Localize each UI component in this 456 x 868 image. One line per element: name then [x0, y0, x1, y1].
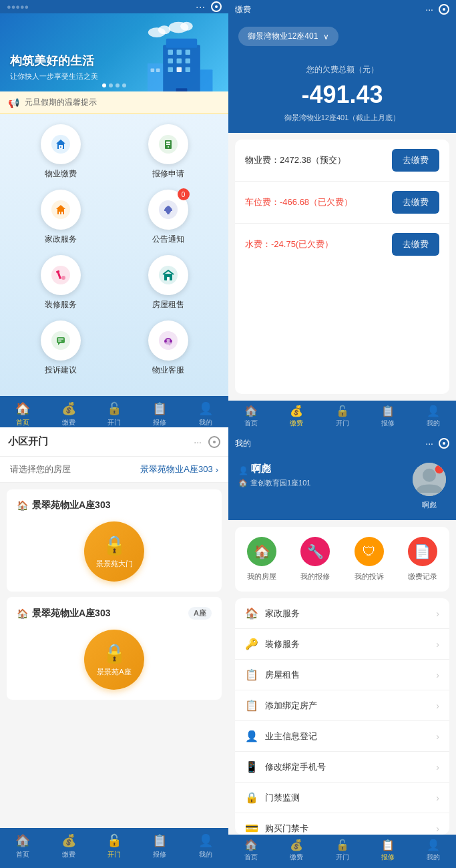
customer-circle[interactable] — [148, 320, 188, 361]
fee-item-water: 水费：-24.75(已欠费） 去缴费 — [235, 224, 449, 265]
complaint-circle[interactable] — [41, 320, 81, 361]
left-appbar-icons: ··· — [196, 1, 222, 12]
my-nav-door[interactable]: 🔓 开门 — [319, 839, 365, 862]
right-nav-repair-icon: 📋 — [381, 405, 395, 417]
menu-phone-arrow: › — [436, 762, 439, 773]
payment-header: 御景湾物业12座401 ∨ — [228, 19, 456, 54]
quick-my-repair[interactable]: 🔧 我的报修 — [288, 537, 342, 582]
right-nav-my-icon: 👤 — [427, 405, 440, 417]
right-nav-door[interactable]: 🔓 开门 — [319, 405, 365, 428]
quick-my-complaint[interactable]: 🛡 我的投诉 — [343, 537, 396, 582]
right-nav-door-icon: 🔓 — [336, 405, 349, 417]
my-nav-home[interactable]: 🏠 首页 — [228, 839, 274, 862]
right-top-nav-wrapper: 🏠 首页 💰 缴费 🔓 开门 📋 报修 — [228, 401, 456, 434]
grid-item-notice[interactable]: 0 公告通知 — [148, 190, 188, 245]
menu-home-service[interactable]: 🏠 家政服务 › — [235, 598, 449, 629]
left-appbar-circle[interactable] — [211, 1, 222, 12]
menu-buy-card[interactable]: 💳 购买门禁卡 › — [235, 813, 449, 835]
right-nav-door-label: 开门 — [336, 419, 349, 428]
grid-item-customer[interactable]: 物业客服 — [148, 320, 188, 376]
menu-house-rent[interactable]: 📋 房屋租售 › — [235, 660, 449, 690]
right-appbar-icons: ··· — [425, 4, 449, 15]
menu-add-house-icon: 📋 — [245, 699, 258, 712]
left-bot-nav-pay[interactable]: 💰 缴费 — [45, 833, 91, 859]
left-bot-nav-my[interactable]: 👤 我的 — [183, 833, 228, 859]
door-lock-btn-1[interactable]: 🔒 景景苑大门 — [84, 521, 144, 582]
user-icon-label: 👤 — [238, 466, 248, 475]
bot-repair-label: 报修 — [153, 850, 166, 859]
menu-add-house[interactable]: 📋 添加绑定房产 › — [235, 690, 449, 721]
right-nav-pay[interactable]: 💰 缴费 — [274, 405, 319, 428]
repair-circle[interactable] — [148, 124, 188, 164]
my-nav-home-label: 首页 — [244, 853, 258, 862]
menu-decorate-service[interactable]: 🔑 装修服务 › — [235, 629, 449, 660]
pay-btn-property[interactable]: 去缴费 — [392, 149, 439, 172]
left-nav-repair[interactable]: 📋 报修 — [137, 401, 182, 427]
grid-item-complaint[interactable]: 投诉建议 — [41, 320, 81, 376]
door-lock-btn-2[interactable]: 🔒 景景苑A座 — [84, 630, 144, 690]
quick-fee-record[interactable]: 📄 缴费记录 — [396, 537, 449, 582]
room-select-bar[interactable]: 请选择您的房屋 景翠苑物业A座303 › — [0, 457, 228, 483]
svg-point-1 — [158, 25, 171, 34]
svg-rect-8 — [186, 49, 190, 54]
right-appbar-dots[interactable]: ··· — [425, 4, 433, 15]
menu-owner-arrow: › — [436, 731, 439, 742]
hero-dot-1 — [102, 83, 106, 87]
right-nav-my[interactable]: 👤 我的 — [411, 405, 456, 428]
quick-repair-label: 我的报修 — [300, 572, 330, 582]
menu-owner-register[interactable]: 👤 业主信息登记 › — [235, 721, 449, 752]
my-avatar[interactable] — [413, 463, 446, 496]
svg-rect-19 — [156, 68, 160, 72]
grid-item-home-service[interactable]: 家政服务 — [41, 190, 81, 245]
customer-label: 物业客服 — [152, 365, 184, 376]
left-bot-nav-door[interactable]: 🔓 开门 — [91, 833, 137, 859]
pay-btn-water[interactable]: 去缴费 — [392, 233, 439, 256]
fee-item-parking: 车位费：-466.68（已欠费） 去缴费 — [235, 182, 449, 224]
grid-item-decorate[interactable]: 装修服务 — [41, 255, 81, 310]
room-select-text: 景翠苑物业A座303 — [140, 463, 212, 475]
right-nav-home[interactable]: 🏠 首页 — [228, 405, 274, 428]
right-nav-home-icon: 🏠 — [244, 405, 258, 417]
left-nav-my[interactable]: 👤 我的 — [183, 401, 228, 427]
menu-access-arrow: › — [436, 793, 439, 803]
home-service-circle[interactable] — [41, 190, 81, 230]
property-fee-circle[interactable]: ¥ — [41, 124, 81, 164]
fee-item-parking-label: 车位费：-466.68（已欠费） — [245, 196, 353, 208]
decorate-circle[interactable] — [41, 255, 81, 295]
left-bot-nav-repair[interactable]: 📋 报修 — [137, 833, 182, 859]
grid-item-property-fee[interactable]: ¥ 物业缴费 — [41, 124, 81, 180]
quick-fee-icon: 📄 — [408, 537, 437, 566]
svg-rect-18 — [151, 68, 155, 72]
my-user-info: 👤 啊彪 🏠 童创教育园1座101 — [238, 463, 310, 488]
address-house-icon: 🏠 — [238, 479, 248, 487]
house-rent-label: 房屋租售 — [152, 299, 184, 310]
notice-circle[interactable]: 0 — [148, 190, 188, 230]
open-door-dots[interactable]: ··· — [194, 437, 202, 447]
my-nav-my[interactable]: 👤 我的 — [411, 839, 456, 862]
grid-item-repair[interactable]: 报修申请 — [148, 124, 188, 180]
right-appbar-circle[interactable] — [439, 4, 449, 15]
right-nav-repair[interactable]: 📋 报修 — [365, 405, 411, 428]
my-appbar-circle[interactable] — [439, 438, 449, 449]
my-appbar-dots[interactable]: ··· — [425, 438, 433, 449]
house-rent-circle[interactable] — [148, 255, 188, 295]
grid-item-house-rent[interactable]: 房屋租售 — [148, 255, 188, 310]
property-selector[interactable]: 御景湾物业12座401 ∨ — [238, 27, 338, 46]
left-nav-home[interactable]: 🏠 首页 — [0, 401, 45, 427]
left-nav-door[interactable]: 🔓 开门 — [91, 401, 137, 427]
open-door-circle-btn[interactable] — [208, 436, 220, 448]
svg-rect-14 — [186, 67, 190, 71]
quick-my-house[interactable]: 🏠 我的房屋 — [235, 537, 288, 582]
lock-icon-1: 🔒 — [103, 534, 126, 556]
left-bot-nav-home[interactable]: 🏠 首页 — [0, 833, 45, 859]
room-select-value[interactable]: 景翠苑物业A座303 › — [140, 463, 218, 475]
menu-access-monitor[interactable]: 🔒 门禁监测 › — [235, 783, 449, 813]
left-nav-pay[interactable]: 💰 缴费 — [45, 401, 91, 427]
my-nav-pay[interactable]: 💰 缴费 — [274, 839, 319, 862]
lock-label-2: 景景苑A座 — [97, 667, 131, 677]
pay-btn-parking[interactable]: 去缴费 — [392, 191, 439, 214]
left-appbar-dots[interactable]: ··· — [196, 1, 206, 12]
my-nav-repair[interactable]: 📋 报修 — [365, 839, 411, 862]
menu-change-phone[interactable]: 📱 修改绑定手机号 › — [235, 752, 449, 783]
my-menu-list: 🏠 家政服务 › 🔑 装修服务 › 📋 房屋租售 — [235, 598, 449, 835]
